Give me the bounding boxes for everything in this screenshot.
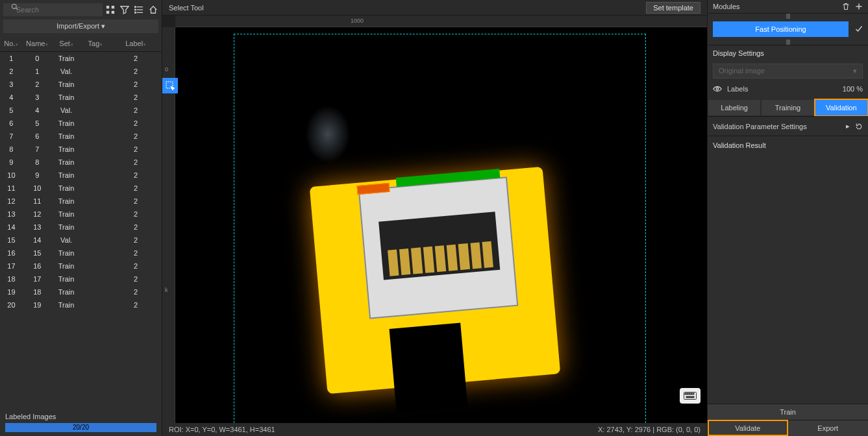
cell-name: 7: [23, 143, 52, 156]
dataset-table: No.▾Name▾Set▾Tag▾Label▾ 10Train221Val.23…: [0, 36, 162, 409]
cell-tag: [81, 104, 110, 117]
cell-set: Train: [52, 91, 81, 104]
add-module-icon[interactable]: [855, 3, 863, 10]
col-set[interactable]: Set▾: [52, 36, 81, 52]
labeled-progress-bar: 20/20: [5, 423, 156, 432]
col-name[interactable]: Name▾: [23, 36, 52, 52]
table-row[interactable]: 1817Train2: [0, 272, 162, 285]
table-row[interactable]: 32Train2: [0, 78, 162, 91]
cell-label: 2: [110, 208, 162, 221]
module-fast-positioning-button[interactable]: Fast Positioning: [713, 21, 849, 37]
cell-tag: [81, 52, 110, 66]
tab-labeling[interactable]: Labeling: [708, 99, 761, 116]
eye-icon[interactable]: [713, 86, 722, 92]
keyboard-icon[interactable]: [680, 388, 701, 404]
cell-name: 9: [23, 169, 52, 182]
cell-no: 3: [0, 78, 23, 91]
svg-rect-16: [689, 393, 690, 394]
cell-set: Train: [52, 285, 81, 298]
cell-label: 2: [110, 260, 162, 272]
svg-rect-15: [687, 393, 688, 394]
svg-rect-17: [691, 393, 692, 394]
col-no[interactable]: No.▾: [0, 36, 23, 52]
cell-set: Train: [52, 156, 81, 169]
table-row[interactable]: 1716Train2: [0, 260, 162, 272]
set-template-button[interactable]: Set template: [646, 2, 701, 14]
chevron-down-icon: ▾: [853, 67, 857, 75]
reset-icon[interactable]: [855, 123, 863, 130]
home-icon[interactable]: [148, 5, 158, 15]
grid-view-icon[interactable]: [105, 5, 116, 15]
canvas-area[interactable]: 1000 0 k: [162, 16, 707, 423]
cell-tag: [81, 65, 110, 78]
expand-right-icon[interactable]: ▸: [846, 122, 850, 130]
svg-point-10: [134, 9, 136, 10]
table-row[interactable]: 2019Train2: [0, 298, 162, 311]
filter-icon[interactable]: [119, 5, 130, 15]
cell-name: 14: [23, 234, 52, 247]
cell-no: 20: [0, 298, 23, 311]
table-row[interactable]: 1211Train2: [0, 195, 162, 208]
viewport-statusbar: ROI: X=0, Y=0, W=3461, H=3461 X: 2743, Y…: [162, 423, 707, 436]
cell-no: 7: [0, 130, 23, 143]
cell-tag: [81, 272, 110, 285]
image-stage[interactable]: [175, 27, 707, 423]
cell-set: Train: [52, 182, 81, 195]
train-button[interactable]: Train: [708, 404, 868, 420]
table-row[interactable]: 65Train2: [0, 117, 162, 130]
cell-tag: [81, 156, 110, 169]
cell-name: 2: [23, 78, 52, 91]
table-row[interactable]: 1413Train2: [0, 221, 162, 234]
validate-button[interactable]: Validate: [708, 420, 788, 436]
table-row[interactable]: 109Train2: [0, 169, 162, 182]
cell-label: 2: [110, 104, 162, 117]
table-row[interactable]: 10Train2: [0, 52, 162, 66]
cell-tag: [81, 260, 110, 272]
cell-set: Train: [52, 117, 81, 130]
table-row[interactable]: 54Val.2: [0, 104, 162, 117]
list-icon[interactable]: [134, 5, 144, 15]
svg-rect-3: [112, 6, 114, 8]
table-row[interactable]: 1110Train2: [0, 182, 162, 195]
table-row[interactable]: 98Train2: [0, 156, 162, 169]
image-subject: [312, 138, 558, 391]
import-export-dropdown[interactable]: Import/Export ▾: [3, 19, 158, 33]
cell-no: 15: [0, 234, 23, 247]
module-check-icon[interactable]: [855, 25, 863, 33]
export-button[interactable]: Export: [788, 420, 869, 436]
labels-label: Labels: [727, 85, 748, 93]
cell-tag: [81, 117, 110, 130]
table-row[interactable]: 43Train2: [0, 91, 162, 104]
delete-module-icon[interactable]: [842, 3, 850, 10]
table-row[interactable]: 1312Train2: [0, 208, 162, 221]
cell-tag: [81, 298, 110, 311]
cell-tag: [81, 234, 110, 247]
svg-rect-5: [112, 11, 114, 14]
table-row[interactable]: 1918Train2: [0, 285, 162, 298]
cell-name: 13: [23, 221, 52, 234]
cell-label: 2: [110, 221, 162, 234]
svg-rect-4: [106, 11, 109, 14]
table-row[interactable]: 1615Train2: [0, 247, 162, 260]
tab-validation[interactable]: Validation: [815, 99, 868, 116]
svg-point-9: [134, 6, 136, 8]
cell-set: Train: [52, 260, 81, 272]
cell-no: 1: [0, 52, 23, 66]
cell-set: Train: [52, 272, 81, 285]
mode-tabs: Labeling Training Validation: [708, 99, 868, 116]
tab-training[interactable]: Training: [761, 99, 814, 116]
cell-name: 5: [23, 117, 52, 130]
modules-title: Modules: [713, 3, 740, 10]
cell-label: 2: [110, 182, 162, 195]
cell-set: Train: [52, 195, 81, 208]
table-row[interactable]: 76Train2: [0, 130, 162, 143]
roi-tool-icon[interactable]: [162, 78, 178, 93]
col-tag[interactable]: Tag▾: [81, 36, 110, 52]
viewport-toolbar: Select Tool Set template: [162, 0, 707, 16]
table-row[interactable]: 87Train2: [0, 143, 162, 156]
svg-point-0: [12, 4, 16, 8]
table-row[interactable]: 1514Val.2: [0, 234, 162, 247]
cell-name: 19: [23, 298, 52, 311]
table-row[interactable]: 21Val.2: [0, 65, 162, 78]
col-label[interactable]: Label▾: [110, 36, 162, 52]
